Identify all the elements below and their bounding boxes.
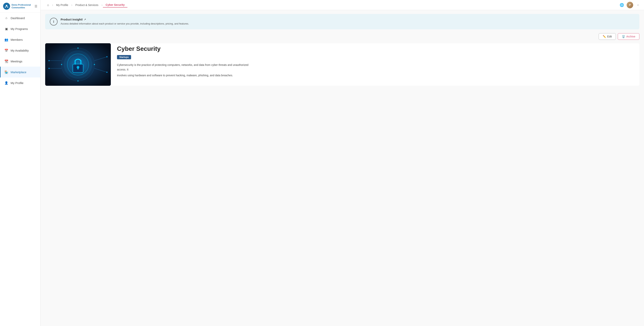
- svg-point-1: [5, 7, 6, 8]
- availability-icon: 📅: [4, 49, 8, 52]
- svg-rect-24: [78, 67, 78, 70]
- svg-point-21: [106, 72, 108, 73]
- info-banner: i Product insight! ↗ Access detailed inf…: [45, 14, 639, 29]
- svg-point-18: [48, 60, 50, 61]
- svg-point-11: [94, 64, 95, 65]
- main-content: ⌂ › My Profile › Product & Services › Cy…: [40, 0, 644, 326]
- service-tag: Startups: [117, 55, 131, 59]
- content-area: i Product insight! ↗ Access detailed inf…: [40, 10, 644, 326]
- dashboard-icon: ⌂: [4, 16, 8, 20]
- archive-icon: 🗑️: [622, 35, 625, 38]
- marketplace-icon: 🏪: [4, 70, 8, 74]
- sidebar-item-my-programs[interactable]: ▣ My Programs: [0, 23, 40, 34]
- sidebar-item-my-availability-label: My Availability: [10, 49, 29, 52]
- svg-point-13: [61, 64, 62, 65]
- sidebar-item-dashboard-label: Dashboard: [10, 17, 25, 20]
- sidebar-item-my-profile[interactable]: 👤 My Profile: [0, 78, 40, 88]
- sidebar-item-meetings[interactable]: 📆 Meetings: [0, 56, 40, 67]
- sidebar-logo: Demo Professional Communities ☰: [0, 0, 40, 13]
- avatar[interactable]: P: [627, 2, 633, 8]
- svg-point-0: [6, 5, 7, 6]
- home-icon: ⌂: [47, 3, 49, 7]
- info-title: Product insight! ↗: [60, 18, 189, 21]
- sidebar-item-marketplace-label: Marketplace: [10, 71, 26, 74]
- profile-icon: 👤: [4, 81, 8, 85]
- hamburger-icon[interactable]: ☰: [34, 5, 37, 8]
- edit-icon: ✏️: [603, 35, 606, 38]
- service-description-line2: involves using hardware and software to …: [117, 73, 252, 78]
- globe-icon[interactable]: 🌐: [620, 3, 624, 7]
- breadcrumb: ⌂ › My Profile › Product & Services › Cy…: [44, 3, 620, 8]
- service-card: Cyber Security Startups Cybersecurity is…: [45, 43, 639, 86]
- svg-point-2: [7, 7, 8, 8]
- top-header: ⌂ › My Profile › Product & Services › Cy…: [40, 0, 644, 10]
- service-details: Cyber Security Startups Cybersecurity is…: [117, 43, 639, 86]
- my-programs-icon: ▣: [4, 27, 8, 31]
- collapse-button[interactable]: ‹: [636, 2, 640, 8]
- breadcrumb-sep-1: ›: [52, 3, 53, 7]
- external-link-icon[interactable]: ↗: [84, 18, 86, 21]
- sidebar-item-my-availability[interactable]: 📅 My Availability: [0, 45, 40, 56]
- archive-button[interactable]: 🗑️ Archive: [618, 33, 639, 40]
- action-row: ✏️ Edit 🗑️ Archive: [45, 33, 639, 40]
- svg-line-4: [6, 6, 8, 7]
- sidebar-item-my-programs-label: My Programs: [10, 27, 28, 31]
- header-actions: 🌐 P ‹: [620, 2, 640, 8]
- info-text: Product insight! ↗ Access detailed infor…: [60, 18, 189, 25]
- sidebar-item-marketplace[interactable]: 🏪 Marketplace: [0, 67, 40, 78]
- meetings-icon: 📆: [4, 59, 8, 63]
- members-icon: 👥: [4, 38, 8, 42]
- sidebar-item-my-profile-label: My Profile: [10, 81, 24, 85]
- logo-icon: [3, 3, 10, 10]
- service-description-line1: Cybersecurity is the practice of protect…: [117, 63, 252, 72]
- svg-point-10: [78, 48, 78, 49]
- info-icon: i: [50, 18, 58, 26]
- svg-point-19: [48, 68, 50, 69]
- cyber-lock-svg: [45, 43, 111, 86]
- edit-button[interactable]: ✏️ Edit: [599, 33, 616, 40]
- breadcrumb-my-profile[interactable]: My Profile: [54, 3, 71, 7]
- breadcrumb-cyber-security[interactable]: Cyber Security: [103, 3, 128, 8]
- breadcrumb-home[interactable]: ⌂: [44, 3, 52, 8]
- sidebar-item-members-label: Members: [10, 38, 23, 41]
- info-description: Access detailed information about each p…: [60, 22, 189, 25]
- sidebar-item-dashboard[interactable]: ⌂ Dashboard: [0, 13, 40, 23]
- breadcrumb-sep-3: ›: [102, 3, 102, 7]
- sidebar: Demo Professional Communities ☰ ⌂ Dashbo…: [0, 0, 40, 326]
- sidebar-item-meetings-label: Meetings: [10, 60, 22, 63]
- breadcrumb-sep-2: ›: [71, 3, 72, 7]
- service-title: Cyber Security: [117, 45, 639, 52]
- logo-text: Demo Professional Communities: [12, 4, 33, 9]
- service-image: [45, 43, 111, 86]
- sidebar-item-members[interactable]: 👥 Members: [0, 34, 40, 45]
- svg-point-20: [106, 56, 108, 57]
- svg-point-12: [78, 80, 78, 82]
- breadcrumb-product-services[interactable]: Product & Services: [73, 3, 101, 7]
- svg-line-3: [6, 6, 6, 7]
